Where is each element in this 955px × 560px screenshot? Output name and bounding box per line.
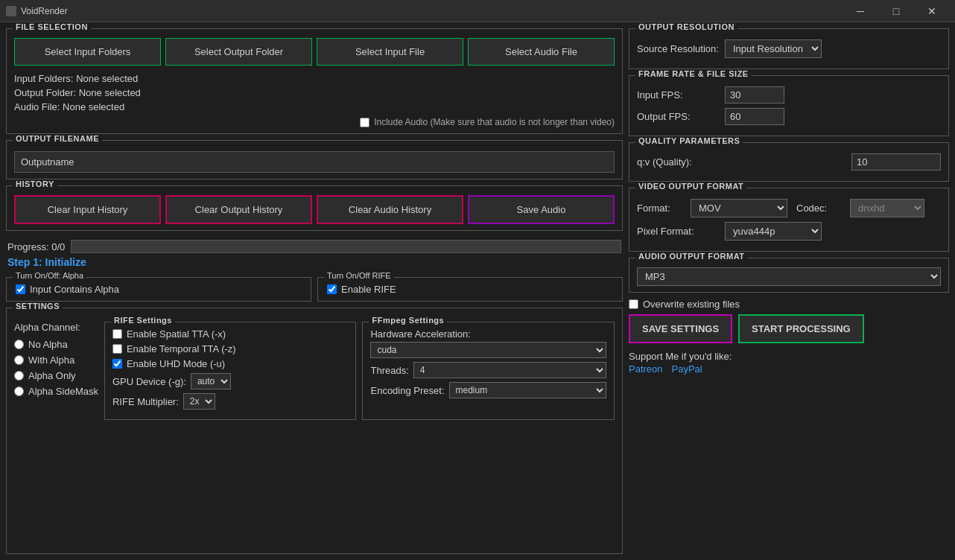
alpha-channel-title: Alpha Channel: bbox=[14, 322, 98, 333]
alpha-no-alpha-radio[interactable] bbox=[14, 340, 24, 349]
alpha-toggle-title: Turn On/Off: Alpha bbox=[13, 271, 86, 280]
rife-multiplier-select[interactable]: 2x 4x 8x bbox=[183, 393, 215, 410]
start-processing-button[interactable]: START PROCESSING bbox=[738, 314, 864, 343]
overwrite-row: Overwrite existing files bbox=[629, 299, 949, 310]
rife-settings-box: RIFE Settings Enable Spatial TTA (-x) En… bbox=[104, 322, 357, 420]
select-input-folders-button[interactable]: Select Input Folders bbox=[14, 38, 161, 66]
include-audio-checkbox[interactable] bbox=[360, 118, 369, 127]
alpha-only-radio[interactable] bbox=[14, 371, 24, 381]
alpha-channel-group: Alpha Channel: No Alpha With Alpha Alpha… bbox=[14, 322, 98, 420]
output-folder-info: Output Folder: None selected bbox=[14, 87, 615, 98]
encoding-preset-row: Encoding Preset: medium fast slow ultraf… bbox=[370, 382, 606, 398]
pixel-format-label: Pixel Format: bbox=[637, 226, 719, 237]
pixel-format-select[interactable]: yuva444p yuv420p yuv444p rgba bbox=[725, 222, 822, 241]
paypal-link[interactable]: PayPal bbox=[672, 363, 702, 375]
minimize-button[interactable]: ─ bbox=[843, 0, 878, 22]
rife-uhd-label[interactable]: Enable UHD Mode (-u) bbox=[127, 358, 225, 369]
rife-spatial-tta-row: Enable Spatial TTA (-x) bbox=[112, 328, 349, 340]
history-buttons: Clear Input History Clear Output History… bbox=[14, 195, 615, 224]
qv-input[interactable] bbox=[851, 153, 941, 171]
input-fps-input[interactable] bbox=[725, 86, 784, 104]
ffmpeg-settings-title: FFmpeg Settings bbox=[369, 316, 447, 325]
alpha-sidemask-radio[interactable] bbox=[14, 386, 24, 396]
maximize-button[interactable]: □ bbox=[879, 0, 913, 22]
alpha-toggle-checkbox[interactable] bbox=[16, 284, 25, 294]
output-filename-group: OUTPUT FILENAME bbox=[6, 140, 623, 179]
clear-output-history-button[interactable]: Clear Output History bbox=[165, 195, 312, 224]
history-group: HISTORY Clear Input History Clear Output… bbox=[6, 185, 623, 231]
rife-temporal-tta-checkbox[interactable] bbox=[112, 344, 122, 354]
save-settings-button[interactable]: SAVE SETTINGS bbox=[629, 314, 732, 343]
alpha-only[interactable]: Alpha Only bbox=[14, 370, 98, 381]
hw-accel-section: Hardware Acceleration: cuda none opencl bbox=[370, 328, 606, 362]
toggle-row: Turn On/Off: Alpha Input Contains Alpha … bbox=[6, 277, 623, 302]
gpu-device-row: GPU Device (-g): auto 0 1 bbox=[112, 373, 349, 389]
input-folders-label: Input Folders: bbox=[14, 73, 74, 84]
hw-accel-select[interactable]: cuda none opencl bbox=[370, 342, 606, 358]
file-selection-group: FILE SELECTION Select Input Folders Sele… bbox=[6, 28, 623, 134]
progress-bar-container bbox=[71, 240, 621, 253]
rife-uhd-row: Enable UHD Mode (-u) bbox=[112, 358, 349, 369]
select-output-folder-button[interactable]: Select Output Folder bbox=[165, 38, 312, 66]
alpha-toggle-label[interactable]: Input Contains Alpha bbox=[30, 284, 119, 295]
alpha-with-alpha[interactable]: With Alpha bbox=[14, 354, 98, 366]
rife-toggle-label[interactable]: Enable RIFE bbox=[341, 284, 396, 295]
select-input-file-button[interactable]: Select Input File bbox=[317, 38, 463, 66]
file-info: Input Folders: None selected Output Fold… bbox=[14, 73, 615, 112]
clear-audio-history-button[interactable]: Clear Audio History bbox=[317, 195, 463, 224]
clear-input-history-button[interactable]: Clear Input History bbox=[14, 195, 161, 224]
format-label: Format: bbox=[637, 203, 682, 214]
overwrite-label[interactable]: Overwrite existing files bbox=[643, 299, 740, 310]
rife-toggle-title: Turn On/Off RIFE bbox=[324, 271, 394, 280]
output-fps-input[interactable] bbox=[725, 108, 784, 125]
output-folder-value: None selected bbox=[79, 87, 141, 98]
rife-toggle-checkbox[interactable] bbox=[327, 284, 337, 294]
settings-title: SETTINGS bbox=[13, 302, 63, 311]
output-folder-label: Output Folder: bbox=[14, 87, 76, 98]
source-resolution-label: Source Resolution: bbox=[637, 43, 719, 54]
rife-temporal-tta-label[interactable]: Enable Temporal TTA (-z) bbox=[127, 343, 236, 354]
hw-accel-label: Hardware Acceleration: bbox=[370, 328, 606, 340]
audio-file-label: Audio File: bbox=[14, 101, 60, 112]
audio-file-info: Audio File: None selected bbox=[14, 101, 615, 112]
alpha-with-alpha-radio[interactable] bbox=[14, 355, 24, 365]
titlebar-controls: ─ □ ✕ bbox=[843, 0, 949, 22]
save-audio-button[interactable]: Save Audio bbox=[468, 195, 615, 224]
threads-select[interactable]: 4 2 8 16 bbox=[413, 362, 606, 378]
audio-output-format-title: AUDIO OUTPUT FORMAT bbox=[635, 252, 748, 261]
select-audio-file-button[interactable]: Select Audio File bbox=[468, 38, 615, 66]
quality-group: QUALITY PARAMETERS q:v (Quality): bbox=[629, 142, 949, 182]
history-title: HISTORY bbox=[13, 179, 57, 188]
output-filename-input[interactable] bbox=[14, 151, 615, 173]
close-button[interactable]: ✕ bbox=[915, 0, 949, 22]
action-buttons: SAVE SETTINGS START PROCESSING bbox=[629, 314, 949, 343]
overwrite-checkbox[interactable] bbox=[629, 299, 638, 309]
encoding-preset-label: Encoding Preset: bbox=[370, 385, 444, 396]
titlebar: VoidRender ─ □ ✕ bbox=[0, 0, 955, 22]
video-output-format-title: VIDEO OUTPUT FORMAT bbox=[635, 182, 746, 191]
rife-toggle-group: Turn On/Off RIFE Enable RIFE bbox=[317, 277, 623, 302]
audio-format-select[interactable]: MP3 AAC WAV FLAC bbox=[637, 267, 941, 286]
include-audio-label: Include Audio (Make sure that audio is n… bbox=[374, 117, 615, 127]
rife-multiplier-label: RIFE Multiplier: bbox=[112, 396, 179, 407]
codec-select[interactable]: dnxhd h264 hevc bbox=[850, 199, 924, 217]
patreon-link[interactable]: Patreon bbox=[629, 363, 663, 375]
alpha-sidemask[interactable]: Alpha SideMask bbox=[14, 386, 98, 397]
rife-temporal-tta-row: Enable Temporal TTA (-z) bbox=[112, 343, 349, 354]
ffmpeg-settings-box: FFmpeg Settings Hardware Acceleration: c… bbox=[362, 322, 615, 420]
frame-rate-group: FRAME RATE & FILE SIZE Input FPS: Output… bbox=[629, 75, 949, 136]
alpha-no-alpha[interactable]: No Alpha bbox=[14, 339, 98, 350]
rife-spatial-tta-checkbox[interactable] bbox=[112, 329, 122, 339]
format-select[interactable]: MOV MP4 MKV AVI bbox=[691, 199, 787, 217]
file-selection-title: FILE SELECTION bbox=[13, 22, 91, 31]
encoding-preset-select[interactable]: medium fast slow ultrafast bbox=[449, 382, 607, 398]
output-resolution-group: OUTPUT RESOLUTION Source Resolution: Inp… bbox=[629, 28, 949, 69]
gpu-device-select[interactable]: auto 0 1 bbox=[191, 373, 231, 389]
app-icon bbox=[6, 6, 16, 16]
rife-spatial-tta-label[interactable]: Enable Spatial TTA (-x) bbox=[127, 328, 226, 340]
bottom-actions: Overwrite existing files SAVE SETTINGS S… bbox=[629, 299, 949, 375]
rife-uhd-checkbox[interactable] bbox=[112, 359, 122, 369]
support-text: Support Me if you'd like: bbox=[629, 351, 949, 362]
source-resolution-select[interactable]: Input Resolution 720p 1080p 4K bbox=[725, 39, 822, 58]
output-resolution-title: OUTPUT RESOLUTION bbox=[635, 22, 737, 31]
